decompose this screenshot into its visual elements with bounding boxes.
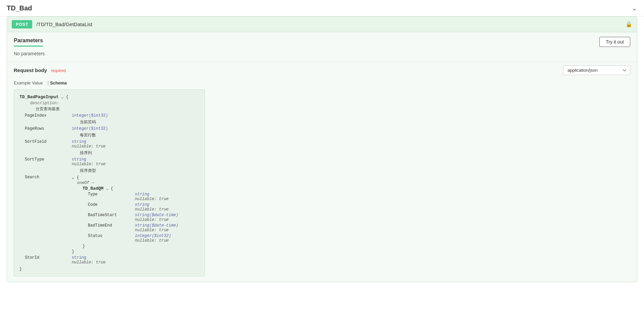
model-title-row: TD_BadPageInput ⌄ { bbox=[19, 95, 199, 100]
field-desc-pagerows: 每页行数 bbox=[19, 132, 199, 138]
params-header-row: Parameters Try it out bbox=[7, 32, 637, 47]
field-type-sortfield: string nullable: true bbox=[72, 139, 106, 149]
endpoint-header: POST /TD/TD_Bad/GetDataList 🔒 bbox=[7, 17, 637, 32]
nested-field-type: Type string nullable: true bbox=[88, 192, 178, 201]
no-params-text: No parameters bbox=[7, 47, 637, 62]
content-type-wrapper: application/json text/json application/*… bbox=[563, 65, 630, 75]
request-body-title: Request body bbox=[14, 67, 47, 73]
field-desc-sorttype: 排序类型 bbox=[19, 168, 199, 174]
oneof-label: oneOf → bbox=[72, 181, 178, 185]
search-nested: ⌄ { oneOf → TD_BadQM ⌄ { bbox=[72, 175, 178, 254]
description-label: description: bbox=[25, 101, 59, 106]
section-header: TD_Bad ⌄ bbox=[0, 0, 644, 16]
required-badge: required bbox=[51, 68, 66, 73]
model-close-brace: } bbox=[19, 267, 199, 271]
nested-fields: Type string nullable: true Code bbox=[83, 192, 178, 243]
schema-tabs: Example Value | Schema bbox=[14, 79, 630, 87]
tab-example-value[interactable]: Example Value bbox=[14, 79, 43, 87]
nested-field-status: Status integer($int32) nullable: true bbox=[88, 234, 178, 243]
params-section: Parameters Try it out No parameters bbox=[7, 32, 637, 62]
try-it-out-button[interactable]: Try it out bbox=[599, 37, 630, 47]
model-name: TD_BadPageInput bbox=[19, 95, 59, 100]
nested-field-code: Code string nullable: true bbox=[88, 202, 178, 212]
content-type-select[interactable]: application/json text/json application/*… bbox=[563, 65, 630, 75]
page-container: TD_Bad ⌄ POST /TD/TD_Bad/GetDataList 🔒 P… bbox=[0, 0, 644, 314]
tab-schema[interactable]: Schema bbox=[50, 79, 67, 87]
field-name-pagerows: PageRows bbox=[25, 126, 72, 131]
field-name-storid: StorId bbox=[25, 255, 72, 265]
field-row-pageindex: PageIndex integer($int32) bbox=[19, 113, 199, 118]
request-body-section: Request body required application/json t… bbox=[7, 62, 637, 282]
nested-model-collapse-icon[interactable]: ⌄ bbox=[106, 186, 111, 191]
nested-field-badtimestart: BadTimeStart string($date-time) nullable… bbox=[88, 213, 178, 222]
field-desc-pageindex: 当前页码 bbox=[19, 119, 199, 125]
model-collapse-icon[interactable]: ⌄ bbox=[61, 95, 66, 100]
nested-model-close-brace: } bbox=[83, 244, 85, 249]
method-badge: POST bbox=[12, 20, 32, 28]
field-type-storid: string nullable: true bbox=[72, 255, 106, 265]
field-row-storid: StorId string nullable: true bbox=[19, 255, 199, 265]
field-type-pageindex: integer($int32) bbox=[72, 113, 108, 118]
endpoint-path: /TD/TD_Bad/GetDataList bbox=[36, 21, 626, 27]
lock-icon: 🔒 bbox=[626, 21, 632, 27]
field-name-pageindex: PageIndex bbox=[25, 113, 72, 118]
nested-field-badtimeend: BadTimeEnd string($date-time) nullable: … bbox=[88, 223, 178, 233]
field-row-search: Search ⌄ { oneOf → TD_BadQM ⌄ { bbox=[19, 175, 199, 254]
description-value: 分页查询基类 bbox=[30, 107, 60, 112]
endpoint-container: POST /TD/TD_Bad/GetDataList 🔒 Parameters… bbox=[7, 16, 637, 282]
description-label-row: description: bbox=[19, 101, 199, 106]
field-desc-sortfield: 排序列 bbox=[19, 150, 199, 156]
params-title: Parameters bbox=[14, 38, 43, 47]
field-name-sortfield: SortField bbox=[25, 139, 72, 149]
field-row-sorttype: SortType string nullable: true bbox=[19, 157, 199, 167]
field-type-sorttype: string nullable: true bbox=[72, 157, 106, 167]
request-body-header: Request body required application/json t… bbox=[14, 65, 630, 75]
nested-model-tdBadQM: TD_BadQM ⌄ { Type string nu bbox=[72, 186, 178, 249]
section-title: TD_Bad bbox=[7, 4, 32, 12]
chevron-down-icon[interactable]: ⌄ bbox=[632, 4, 637, 12]
description-value-row: 分页查询基类 bbox=[19, 106, 199, 112]
field-row-pagerows: PageRows integer($int32) bbox=[19, 126, 199, 131]
nested-model-name: TD_BadQM bbox=[83, 186, 103, 191]
field-name-search: Search bbox=[25, 175, 72, 180]
field-name-sorttype: SortType bbox=[25, 157, 72, 167]
schema-container: TD_BadPageInput ⌄ { description: 分页查询基类 … bbox=[14, 89, 205, 276]
request-body-title-group: Request body required bbox=[14, 67, 66, 73]
field-type-pagerows: integer($int32) bbox=[72, 126, 108, 131]
field-row-sortfield: SortField string nullable: true bbox=[19, 139, 199, 149]
